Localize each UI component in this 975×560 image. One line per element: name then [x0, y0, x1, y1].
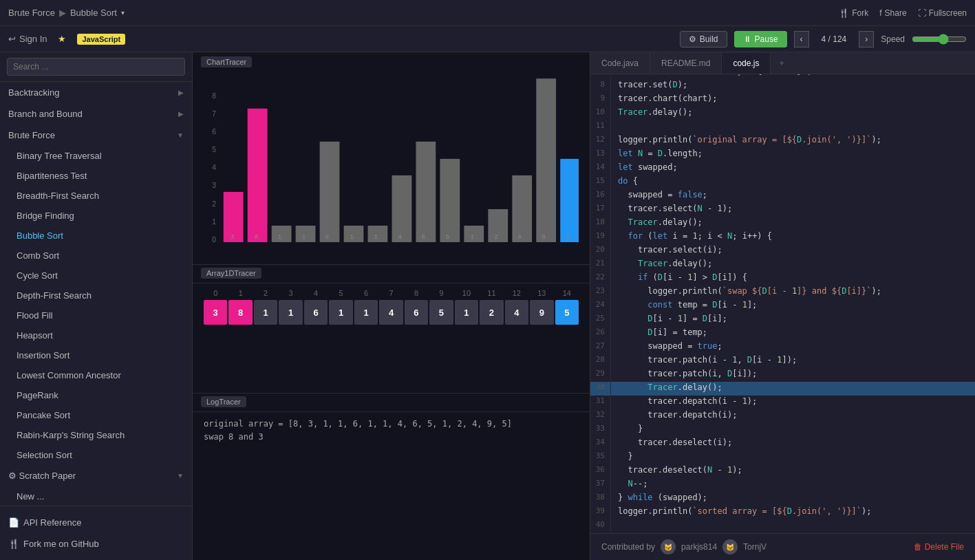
line-content[interactable]: } while (swapped);: [611, 492, 975, 506]
array-cell: 1: [279, 300, 302, 325]
dropdown-arrow-icon[interactable]: ▾: [121, 9, 125, 17]
sidebar-item-pancake-sort[interactable]: Pancake Sort: [0, 405, 192, 425]
line-content[interactable]: tracer.depatch(i);: [611, 409, 975, 423]
breadcrumb-bubble-sort[interactable]: Bubble Sort: [70, 8, 117, 18]
sidebar-item-scratch-paper[interactable]: ⚙ Scratch Paper ▼: [0, 465, 192, 486]
build-button[interactable]: ⚙ Build: [680, 31, 727, 47]
sidebar-item-insertion-sort[interactable]: Insertion Sort: [0, 345, 192, 365]
line-content[interactable]: let swapped;: [611, 162, 975, 175]
sidebar-item-rabin-karp[interactable]: Rabin-Karp's String Search: [0, 425, 192, 445]
sidebar-item-binary-tree-traversal[interactable]: Binary Tree Traversal: [0, 146, 192, 166]
sidebar-item-cycle-sort[interactable]: Cycle Sort: [0, 266, 192, 286]
code-line: 25 D[i - 1] = D[i];: [590, 313, 975, 327]
line-content[interactable]: Tracer.delay();: [611, 258, 975, 272]
sidebar-item-flood-fill[interactable]: Flood Fill: [0, 305, 192, 325]
sidebar-item-bridge-finding[interactable]: Bridge Finding: [0, 206, 192, 226]
line-content[interactable]: const D = Randomize.Array1D({ N: 15 });: [611, 74, 975, 79]
line-content[interactable]: D[i] = temp;: [611, 327, 975, 341]
line-content[interactable]: do {: [611, 175, 975, 189]
sidebar-item-pagerank[interactable]: PageRank: [0, 385, 192, 405]
line-content[interactable]: const temp = D[i - 1];: [611, 299, 975, 313]
line-content[interactable]: }: [611, 423, 975, 437]
fullscreen-button[interactable]: ⛶ Fullscreen: [918, 8, 967, 18]
sidebar-item-backtracking[interactable]: Backtracking ▶: [0, 82, 192, 103]
tab-code-java[interactable]: Code.java: [590, 53, 650, 74]
line-content[interactable]: tracer.select(N - 1);: [611, 203, 975, 217]
breadcrumb-brute-force[interactable]: Brute Force: [8, 8, 55, 18]
line-content[interactable]: Tracer.delay();: [611, 217, 975, 230]
language-badge[interactable]: JavaScript: [77, 34, 125, 45]
secondbar-left: ↩ Sign In ★ JavaScript: [8, 34, 125, 45]
code-line: 19 for (let i = 1; i < N; i++) {: [590, 230, 975, 244]
line-content[interactable]: tracer.deselect(N - 1);: [611, 464, 975, 478]
pause-button[interactable]: ⏸ Pause: [734, 31, 787, 47]
line-number: 25: [590, 313, 611, 327]
next-step-button[interactable]: ›: [859, 31, 874, 47]
line-content[interactable]: [611, 120, 975, 134]
array-cell: 2: [480, 300, 503, 325]
line-content[interactable]: if (D[i - 1] > D[i]) {: [611, 272, 975, 286]
line-content[interactable]: tracer.chart(chart);: [611, 93, 975, 107]
sidebar-item-selection-sort[interactable]: Selection Sort: [0, 445, 192, 465]
share-button[interactable]: f Share: [879, 8, 906, 18]
line-content[interactable]: Tracer.delay();: [611, 107, 975, 120]
sidebar-list: Backtracking ▶ Branch and Bound ▶ Brute …: [0, 82, 192, 506]
signin-button[interactable]: ↩ Sign In: [8, 34, 47, 44]
line-content[interactable]: tracer.patch(i, D[i]);: [611, 368, 975, 382]
chart-svg: 0 1 2 3 4 5 6 7 8 3 8 1 1: [204, 77, 579, 242]
sidebar-item-lowest-common-ancestor[interactable]: Lowest Common Ancestor: [0, 365, 192, 385]
line-content[interactable]: tracer.patch(i - 1, D[i - 1]);: [611, 354, 975, 368]
prev-step-button[interactable]: ‹: [794, 31, 809, 47]
code-editor[interactable]: 1const { Tracer, Array1DTracer, ChartTra…: [590, 74, 975, 533]
sidebar-footer-api-reference[interactable]: 📄 API Reference: [0, 512, 192, 533]
sidebar-item-heapsort[interactable]: Heapsort: [0, 325, 192, 345]
line-content[interactable]: for (let i = 1; i < N; i++) {: [611, 230, 975, 244]
add-tab-button[interactable]: +: [771, 52, 793, 74]
line-content[interactable]: tracer.depatch(i - 1);: [611, 396, 975, 409]
trash-icon: 🗑: [914, 542, 922, 552]
sidebar-item-branch-and-bound[interactable]: Branch and Bound ▶: [0, 103, 192, 125]
line-content[interactable]: let N = D.length;: [611, 148, 975, 162]
svg-text:8: 8: [212, 91, 216, 99]
fork-button[interactable]: 🍴 Fork: [839, 8, 868, 18]
svg-rect-33: [512, 175, 532, 242]
sidebar-item-bubble-sort[interactable]: Bubble Sort: [0, 226, 192, 246]
code-line: 27 swapped = true;: [590, 341, 975, 354]
line-content[interactable]: N--;: [611, 478, 975, 492]
line-content[interactable]: logger.println(`swap ${D[i - 1]} and ${D…: [611, 286, 975, 299]
search-input[interactable]: [7, 58, 185, 76]
secondbar-right: ⚙ Build ⏸ Pause ‹ 4 / 124 › Speed: [680, 31, 967, 47]
svg-text:2: 2: [212, 199, 216, 207]
line-content[interactable]: swapped = true;: [611, 341, 975, 354]
line-content[interactable]: Tracer.delay();: [611, 382, 975, 396]
tab-readme-md[interactable]: README.md: [650, 53, 722, 74]
line-content[interactable]: }: [611, 451, 975, 464]
sidebar-item-bipartiteness-test[interactable]: Bipartiteness Test: [0, 166, 192, 186]
delete-file-button[interactable]: 🗑 Delete File: [914, 542, 964, 552]
line-content[interactable]: D[i - 1] = D[i];: [611, 313, 975, 327]
line-content[interactable]: tracer.set(D);: [611, 79, 975, 93]
sidebar-item-comb-sort[interactable]: Comb Sort: [0, 246, 192, 266]
line-number: 26: [590, 327, 611, 341]
svg-text:1: 1: [374, 232, 378, 239]
sidebar-item-depth-first-search[interactable]: Depth-First Search: [0, 286, 192, 305]
line-content[interactable]: tracer.select(i);: [611, 244, 975, 258]
line-content[interactable]: logger.println(`sorted array = [${D.join…: [611, 506, 975, 519]
code-line: 13let N = D.length;: [590, 148, 975, 162]
line-content[interactable]: [611, 519, 975, 533]
code-line: 37 N--;: [590, 478, 975, 492]
code-line: 15do {: [590, 175, 975, 189]
sidebar-footer-github[interactable]: 🍴 Fork me on GitHub: [0, 533, 192, 554]
tab-code-js[interactable]: code.js: [722, 53, 771, 74]
sidebar-item-brute-force[interactable]: Brute Force ▼: [0, 125, 192, 146]
array-index: 13: [530, 289, 553, 297]
array-tracer-section: Array1DTracer: [193, 264, 590, 283]
line-number: 28: [590, 354, 611, 368]
line-content[interactable]: tracer.deselect(i);: [611, 437, 975, 451]
speed-slider[interactable]: [912, 34, 967, 45]
sidebar-item-new[interactable]: New ...: [0, 486, 192, 506]
sidebar-item-breadth-first-search[interactable]: Breadth-First Search: [0, 186, 192, 206]
svg-text:1: 1: [350, 232, 354, 239]
line-content[interactable]: swapped = false;: [611, 189, 975, 203]
line-content[interactable]: logger.println(`original array = [${D.jo…: [611, 134, 975, 148]
